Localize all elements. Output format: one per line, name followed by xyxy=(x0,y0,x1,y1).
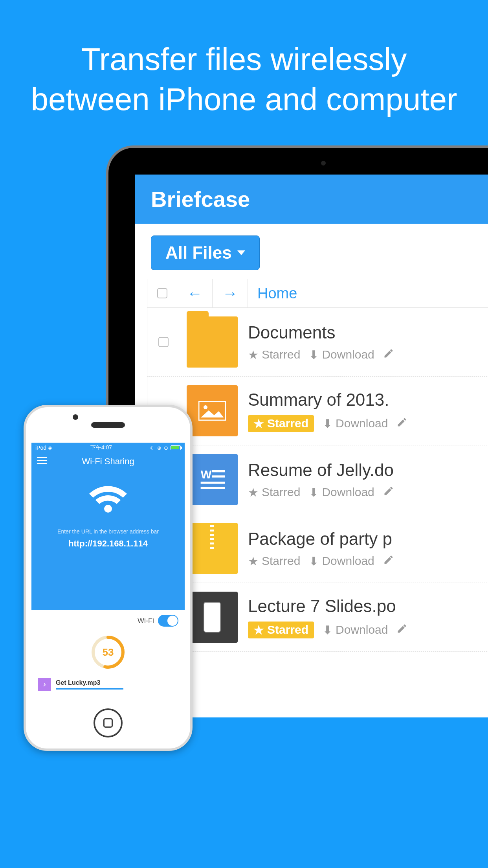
file-row[interactable]: W Resume of Jelly.do ★ Starred ⬇ Downloa… xyxy=(147,445,488,514)
hero-line-1: Transfer files wirelessly xyxy=(0,39,488,79)
select-all-checkbox[interactable] xyxy=(157,288,167,298)
dropdown-label: All Files xyxy=(165,243,232,263)
menu-icon[interactable] xyxy=(37,457,47,464)
laptop-camera xyxy=(321,161,326,166)
share-url: http://192.168.1.114 xyxy=(31,539,185,549)
folder-icon xyxy=(187,316,238,368)
row-checkbox[interactable] xyxy=(158,337,169,347)
hero-line-2: between iPhone and computer xyxy=(0,79,488,120)
download-action[interactable]: ⬇ Download xyxy=(309,485,374,499)
starred-badge[interactable]: ★ Starred xyxy=(248,622,314,638)
transfer-bar xyxy=(56,688,123,690)
zip-file-icon xyxy=(187,523,238,574)
hero-headline: Transfer files wirelessly between iPhone… xyxy=(0,0,488,120)
wifi-icon xyxy=(31,483,185,518)
carrier-label: iPod ◈ xyxy=(35,445,52,451)
home-button[interactable] xyxy=(94,708,123,737)
phone-mock: iPod ◈ 下午4:07 ☾ ⊕ ⊙ Wi-Fi Sharing Enter … xyxy=(24,405,193,751)
status-icons: ☾ ⊕ ⊙ xyxy=(150,445,181,451)
file-name: Documents xyxy=(248,323,488,342)
nav-back-button[interactable]: ← xyxy=(187,285,203,302)
transfer-item[interactable]: ♪ Get Lucky.mp3 xyxy=(31,678,185,697)
lecture-thumbnail xyxy=(187,592,238,643)
star-action[interactable]: ★ Starred xyxy=(248,554,300,568)
svg-rect-4 xyxy=(212,475,225,477)
wifi-icon: ◈ xyxy=(48,445,52,451)
star-action[interactable]: ★ Starred xyxy=(248,485,300,499)
download-action[interactable]: ⬇ Download xyxy=(323,623,388,637)
breadcrumb[interactable]: Home xyxy=(248,285,297,302)
phone-camera xyxy=(73,414,78,420)
svg-point-1 xyxy=(204,405,207,409)
image-file-icon xyxy=(187,385,238,436)
phone-title: Wi-Fi Sharing xyxy=(82,456,134,467)
transfer-file-name: Get Lucky.mp3 xyxy=(56,679,178,686)
moon-icon: ☾ xyxy=(150,445,155,451)
starred-badge[interactable]: ★ Starred xyxy=(248,415,314,432)
transfer-progress: 53 xyxy=(90,634,126,670)
wifi-toggle-label: Wi-Fi xyxy=(138,617,154,625)
svg-rect-5 xyxy=(201,482,225,484)
file-name: Summary of 2013. xyxy=(248,390,488,410)
file-row[interactable]: Package of party p ★ Starred ⬇ Download xyxy=(147,514,488,583)
lock-icon: ⊙ xyxy=(164,445,168,451)
word-file-icon: W xyxy=(187,454,238,505)
file-name: Resume of Jelly.do xyxy=(248,460,488,480)
file-row[interactable]: Documents ★ Starred ⬇ Download xyxy=(147,308,488,377)
download-action[interactable]: ⬇ Download xyxy=(309,348,374,362)
battery-icon xyxy=(171,445,181,450)
chevron-down-icon xyxy=(237,250,245,255)
status-bar: iPod ◈ 下午4:07 ☾ ⊕ ⊙ xyxy=(31,443,185,452)
file-name: Lecture 7 Slides.po xyxy=(248,596,488,616)
all-files-dropdown[interactable]: All Files xyxy=(151,235,260,270)
music-icon: ♪ xyxy=(38,678,51,691)
phone-screen: iPod ◈ 下午4:07 ☾ ⊕ ⊙ Wi-Fi Sharing Enter … xyxy=(31,443,185,697)
svg-rect-6 xyxy=(201,487,225,489)
svg-rect-3 xyxy=(212,470,225,472)
phone-lower-panel: Wi-Fi 53 ♪ Get Lucky.mp3 xyxy=(31,610,185,697)
phone-navbar: Wi-Fi Sharing xyxy=(31,452,185,471)
phone-top xyxy=(26,407,190,443)
edit-icon[interactable] xyxy=(383,554,394,568)
edit-icon[interactable] xyxy=(383,485,394,499)
edit-icon[interactable] xyxy=(383,348,394,362)
file-toolbar: ← → Home xyxy=(147,279,488,308)
edit-icon[interactable] xyxy=(396,417,407,430)
status-time: 下午4:07 xyxy=(90,444,112,451)
wifi-toggle[interactable] xyxy=(158,615,178,627)
alarm-icon: ⊕ xyxy=(157,445,161,451)
progress-value: 53 xyxy=(90,634,126,670)
web-app-title: Briefcase xyxy=(135,175,488,224)
download-action[interactable]: ⬇ Download xyxy=(323,417,388,430)
phone-speaker xyxy=(91,422,125,428)
file-row[interactable]: Lecture 7 Slides.po ★ Starred ⬇ Download xyxy=(147,583,488,652)
star-action[interactable]: ★ Starred xyxy=(248,348,300,362)
edit-icon[interactable] xyxy=(396,623,407,637)
download-action[interactable]: ⬇ Download xyxy=(309,554,374,568)
nav-forward-button[interactable]: → xyxy=(222,285,238,302)
file-name: Package of party p xyxy=(248,529,488,549)
file-row[interactable]: Summary of 2013. ★ Starred ⬇ Download xyxy=(147,377,488,445)
file-list: Documents ★ Starred ⬇ Download xyxy=(147,308,488,652)
svg-text:W: W xyxy=(201,468,212,481)
url-hint: Enter the URL in the browser address bar xyxy=(31,528,185,535)
